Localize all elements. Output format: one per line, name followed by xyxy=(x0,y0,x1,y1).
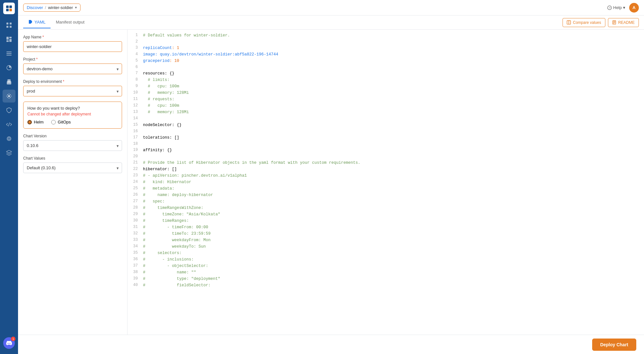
tab-manifest-label: Manifest output xyxy=(56,20,84,25)
help-button[interactable]: ? Help ▾ xyxy=(607,5,625,10)
code-line: 4image: quay.io/devtron/winter-soldier:a… xyxy=(128,51,644,58)
chart-values-select-wrapper: Default (0.10.6) xyxy=(23,162,122,173)
svg-point-21 xyxy=(7,137,11,141)
how-to-deploy-title: How do you want to deploy? xyxy=(27,106,118,111)
helm-radio-input[interactable] xyxy=(27,120,32,124)
app-name-input[interactable] xyxy=(23,41,122,52)
line-number: 31 xyxy=(133,224,143,230)
chart-values-field: Chart Values Default (0.10.6) xyxy=(23,156,122,173)
line-content: # selectors: xyxy=(143,250,639,256)
help-label: Help xyxy=(613,5,622,10)
discord-button[interactable]: 1 xyxy=(3,337,15,349)
deploy-env-select[interactable]: prod xyxy=(23,86,122,96)
sidebar-icon-dashboard[interactable] xyxy=(3,33,15,46)
svg-rect-11 xyxy=(9,39,12,42)
readme-button[interactable]: README xyxy=(608,18,639,27)
line-content: # limits: xyxy=(143,77,639,83)
line-content: # weekdayTo: Sun xyxy=(143,243,639,250)
line-number: 26 xyxy=(133,192,143,198)
line-content: replicaCount: 1 xyxy=(143,45,639,51)
chart-version-select[interactable]: 0.10.6 xyxy=(23,140,122,151)
svg-point-20 xyxy=(8,138,10,140)
breadcrumb-discover[interactable]: Discover xyxy=(27,5,43,10)
chart-version-select-wrapper: 0.10.6 xyxy=(23,140,122,151)
helm-label: Helm xyxy=(34,120,43,124)
code-line: 37# - objectSelector: xyxy=(128,263,644,269)
code-line: 32# timeTo: 23:59:59 xyxy=(128,231,644,237)
tab-manifest-output[interactable]: Manifest output xyxy=(51,16,90,28)
project-select[interactable]: devtron-demo xyxy=(23,64,122,74)
sidebar-icon-apps[interactable] xyxy=(3,19,15,32)
code-line: 5graceperiod: 10 xyxy=(128,58,644,64)
line-number: 9 xyxy=(133,83,143,89)
line-number: 22 xyxy=(133,166,143,172)
line-content: # cpu: 100m xyxy=(143,83,639,90)
line-content: # timeZone: "Asia/Kolkata" xyxy=(143,211,639,218)
line-number: 40 xyxy=(133,282,143,288)
line-content: # timeTo: 23:59:59 xyxy=(143,231,639,237)
line-content: # Provide the list of Hibernator objects… xyxy=(143,160,639,166)
project-label: Project * xyxy=(23,57,122,62)
code-line: 18 xyxy=(128,141,644,147)
sidebar-icon-layers[interactable] xyxy=(3,146,15,159)
line-content: affinity: {} xyxy=(143,147,639,153)
sidebar-icon-list[interactable] xyxy=(3,47,15,60)
deploy-env-label: Deploy to environment * xyxy=(23,79,122,84)
gitops-radio-input[interactable] xyxy=(51,120,56,124)
line-content: # - timeFrom: 00:00 xyxy=(143,224,639,231)
helm-radio[interactable]: Helm xyxy=(27,120,43,124)
line-number: 30 xyxy=(133,218,143,224)
code-line: 29# timeZone: "Asia/Kolkata" xyxy=(128,211,644,218)
gitops-label: GitOps xyxy=(58,120,71,124)
breadcrumb-dropdown-icon[interactable]: ▾ xyxy=(75,5,77,10)
sidebar-icon-shield[interactable] xyxy=(3,104,15,117)
sidebar-icon-code[interactable] xyxy=(3,118,15,131)
line-content: # kind: Hibernator xyxy=(143,179,639,185)
code-line: 23# - apiVersion: pincher.devtron.ai/v1a… xyxy=(128,172,644,179)
discord-notification-badge: 1 xyxy=(11,337,15,341)
code-editor[interactable]: 1# Default values for winter-soldier.23r… xyxy=(128,30,644,335)
tabs-right: Compare values README xyxy=(563,18,639,27)
svg-rect-6 xyxy=(6,26,8,28)
line-number: 16 xyxy=(133,128,143,134)
line-content: # weekdayFrom: Mon xyxy=(143,237,639,243)
tab-yaml[interactable]: YAML xyxy=(23,16,51,28)
svg-rect-12 xyxy=(6,52,12,52)
line-number: 35 xyxy=(133,250,143,256)
compare-values-button[interactable]: Compare values xyxy=(563,18,605,27)
code-line: 7resources: {} xyxy=(128,70,644,77)
breadcrumb-separator: / xyxy=(45,5,46,10)
code-line: 17tolerations: [] xyxy=(128,134,644,141)
sidebar-icon-config[interactable] xyxy=(3,132,15,145)
line-number: 39 xyxy=(133,276,143,282)
deploy-chart-button[interactable]: Deploy Chart xyxy=(592,339,636,351)
sidebar-icon-settings[interactable] xyxy=(3,90,15,103)
code-line: 6 xyxy=(128,64,644,70)
sidebar-icon-chart[interactable] xyxy=(3,61,15,74)
line-number: 25 xyxy=(133,185,143,192)
app-logo[interactable] xyxy=(3,3,15,14)
user-avatar[interactable]: A xyxy=(629,3,639,13)
line-content: graceperiod: 10 xyxy=(143,58,639,64)
code-line: 14 xyxy=(128,115,644,122)
svg-rect-5 xyxy=(10,23,12,25)
code-line: 36# - inclusions: xyxy=(128,256,644,263)
sidebar-icon-security[interactable] xyxy=(3,75,15,88)
code-line: 20 xyxy=(128,153,644,160)
line-content: # - apiVersion: pincher.devtron.ai/v1alp… xyxy=(143,172,639,179)
code-line: 34# weekdayTo: Sun xyxy=(128,243,644,250)
chart-version-label: Chart Version xyxy=(23,134,122,138)
line-content: # metadata: xyxy=(143,185,639,192)
gitops-radio[interactable]: GitOps xyxy=(51,120,71,124)
code-line: 3replicaCount: 1 xyxy=(128,45,644,51)
chart-values-select[interactable]: Default (0.10.6) xyxy=(23,162,122,173)
line-content: # name: "" xyxy=(143,269,639,276)
line-content: # timeRanges: xyxy=(143,218,639,224)
code-line: 26# name: deploy-hibernator xyxy=(128,192,644,198)
breadcrumb[interactable]: Discover / winter-soldier ▾ xyxy=(23,4,80,12)
tabs-left: YAML Manifest output xyxy=(23,16,90,28)
line-content: # requests: xyxy=(143,96,639,103)
line-number: 6 xyxy=(133,64,143,70)
chart-version-field: Chart Version 0.10.6 xyxy=(23,134,122,151)
tabs-row: YAML Manifest output Compare values xyxy=(18,15,644,30)
